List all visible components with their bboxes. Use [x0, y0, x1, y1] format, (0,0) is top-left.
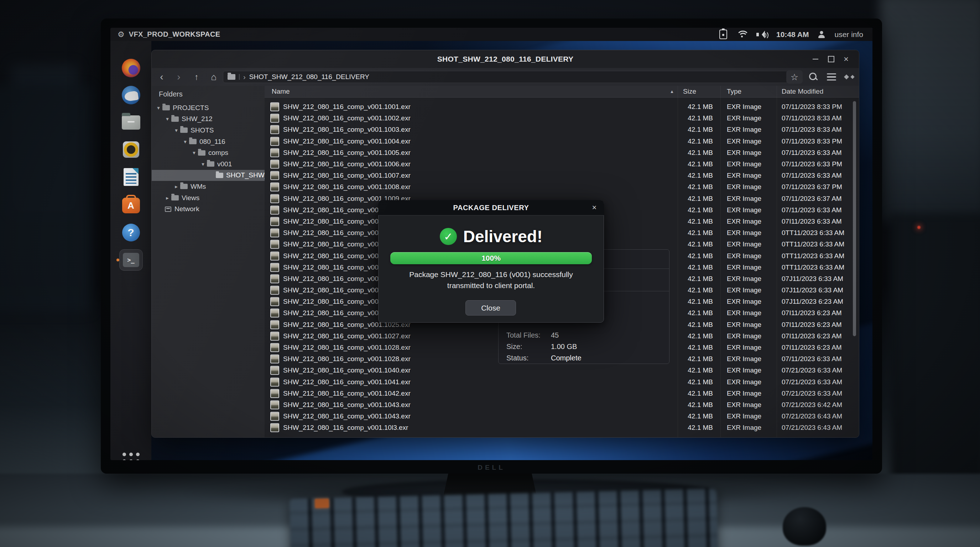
- table-row[interactable]: SHW_212_080_116_comp_v001.1041.exr42.1 M…: [264, 377, 859, 388]
- tree-item-wms[interactable]: ▸WMs: [152, 181, 264, 192]
- table-row[interactable]: SHW_212_080_116_comp_v001.1005.exr42.1 M…: [264, 147, 859, 159]
- system-tray[interactable]: 10:48 AM user info: [719, 30, 872, 39]
- column-header-date[interactable]: Date Modified: [782, 86, 823, 97]
- folder-icon: [216, 173, 223, 178]
- file-name: SHW_212_080_116_comp_v001.1027.exr: [283, 332, 410, 340]
- table-row[interactable]: SHW_212_080_116_comp_v001.1004.exr42.1 M…: [264, 136, 859, 147]
- file-size: 42.1 MB: [649, 229, 713, 237]
- file-date-modified: 0TT11/2023 6:33 AM: [782, 229, 844, 237]
- writer-document-icon: [124, 168, 138, 186]
- home-button[interactable]: ⌂: [206, 68, 221, 86]
- dialog-close-button[interactable]: Close: [465, 300, 516, 315]
- dialog-titlebar[interactable]: PACKAGE DELIVERY ×: [378, 200, 604, 215]
- dock-item-thunderbird[interactable]: [122, 86, 140, 104]
- minimize-button[interactable]: [808, 50, 823, 68]
- dock-item-help[interactable]: ?: [122, 224, 140, 242]
- favorite-button[interactable]: ☆: [786, 70, 803, 84]
- table-row[interactable]: SHW_212_080_116_comp_v001.1042.exr42.1 M…: [264, 388, 859, 399]
- tree-item-shot-shw-2[interactable]: SHOT_SHW_2: [152, 170, 264, 181]
- search-button[interactable]: [809, 73, 818, 81]
- file-name: SHW_212_080_116_comp_v001: [283, 264, 382, 271]
- folder-icon: [189, 139, 197, 144]
- tree-item-network[interactable]: Network: [152, 204, 264, 215]
- sparkle-options-icon[interactable]: [844, 74, 856, 80]
- tree-item-projects[interactable]: ▾PROJECTS: [152, 102, 264, 114]
- summary-label: Size:: [506, 343, 522, 351]
- gear-icon: ⚙: [118, 31, 125, 38]
- table-row[interactable]: SHW_212_080_116_comp_v001.1043.exr42.1 M…: [264, 399, 859, 410]
- expand-arrow-icon[interactable]: ▾: [200, 161, 206, 167]
- table-row[interactable]: SHW_212_080_116_comp_v001.1002.exr42.1 M…: [264, 113, 859, 124]
- file-name: SHW_212_080_116_comp_v001.1008.exr: [283, 183, 410, 191]
- file-name: SHW_212_080_116_comp_v001.1041.exr: [283, 378, 410, 386]
- scrollbar-thumb[interactable]: [853, 101, 856, 336]
- table-row[interactable]: SHW_212_080_116_comp_v001.1008.exr42.1 M…: [264, 181, 859, 192]
- clock[interactable]: 10:48 AM: [776, 30, 809, 39]
- tree-item-v001[interactable]: ▾v001: [152, 159, 264, 170]
- table-row[interactable]: SHW_212_080_116_comp_v001.1043.exr42.1 M…: [264, 410, 859, 422]
- dock-item-software-store[interactable]: A: [122, 198, 140, 213]
- summary-value: Complete: [551, 354, 582, 362]
- expand-arrow-icon[interactable]: ▾: [155, 105, 162, 111]
- summary-row: Status:Complete: [498, 354, 669, 366]
- expand-arrow-icon[interactable]: ▾: [191, 149, 197, 156]
- tree-item-label: Network: [175, 205, 199, 213]
- file-name: SHW_212_080_116_comp_v001.1007.exr: [283, 172, 410, 180]
- table-row[interactable]: SHW_212_080_116_comp_v001.1007.exr42.1 M…: [264, 170, 859, 181]
- dock-item-media-player[interactable]: [123, 142, 139, 158]
- file-type: EXR Image: [727, 218, 761, 226]
- path-bar[interactable]: › SHOT_SHW_212_080_116_DELIVERY: [223, 71, 789, 83]
- maximize-button[interactable]: [823, 50, 839, 68]
- table-row[interactable]: SHW_212_080_116_comp_v001.1003.exr42.1 M…: [264, 124, 859, 135]
- table-row[interactable]: SHW_212_080_116_comp_v001.10l3.exr42.1 M…: [264, 422, 859, 433]
- collapse-arrow-icon[interactable]: ▸: [173, 183, 180, 190]
- column-header-size[interactable]: Size: [683, 86, 696, 97]
- expand-arrow-icon[interactable]: ▾: [164, 116, 170, 122]
- user-menu[interactable]: user info: [834, 30, 863, 39]
- file-size: 42.1 MB: [649, 126, 713, 134]
- user-icon: [818, 31, 825, 38]
- file-type: EXR Image: [727, 309, 761, 317]
- folder-icon: [171, 195, 179, 200]
- collapse-arrow-icon[interactable]: ▸: [164, 195, 170, 201]
- table-row[interactable]: SHW_212_080_116_comp_v001.1001.exr42.1 M…: [264, 101, 859, 113]
- wifi-icon: [737, 31, 747, 38]
- file-date-modified: 0TT11/2023 6:33 AM: [782, 252, 844, 260]
- expand-arrow-icon[interactable]: ▾: [173, 127, 180, 134]
- dock-item-firefox[interactable]: [122, 59, 140, 77]
- close-button[interactable]: ×: [838, 50, 854, 68]
- file-date-modified: 07/21/2023 6:43 AM: [782, 424, 842, 432]
- tree-item-shots[interactable]: ▾SHOTS: [152, 125, 264, 136]
- thunderbird-icon: [122, 86, 140, 104]
- image-thumbnail-icon: [270, 263, 279, 272]
- dock-item-files[interactable]: [122, 115, 140, 130]
- file-size: 42.1 MB: [649, 412, 713, 420]
- tree-item-080-116[interactable]: ▾080_116: [152, 136, 264, 148]
- file-date-modified: 07I11/2023 6:23 AM: [782, 343, 842, 351]
- tree-item-shw-212[interactable]: ▾SHW_212: [152, 114, 264, 125]
- table-row[interactable]: SHW_212_080_116_comp_v001.1040.exr42.1 M…: [264, 365, 859, 376]
- tree-item-comps[interactable]: ▾comps: [152, 147, 264, 159]
- dialog-close-icon[interactable]: ×: [587, 200, 601, 215]
- tree-item-views[interactable]: ▸Views: [152, 192, 264, 204]
- table-row[interactable]: SHW_212_080_116_comp_v001.1006.exr42.1 M…: [264, 159, 859, 170]
- tree-item-label: WMs: [191, 183, 206, 191]
- window-titlebar[interactable]: SHOT_SHW_212_080_116_DELIVERY ×: [152, 50, 859, 68]
- forward-button[interactable]: ›: [171, 68, 186, 86]
- sort-ascending-icon: ▲: [670, 86, 674, 97]
- file-name: SHW_212_080_116_comp_v001: [283, 309, 382, 317]
- column-header-name[interactable]: Name: [272, 86, 290, 97]
- menu-button[interactable]: [827, 73, 836, 81]
- file-type: EXR Image: [727, 160, 761, 168]
- column-header-type[interactable]: Type: [727, 86, 741, 97]
- breadcrumb: SHOT_SHW_212_080_116_DELIVERY: [249, 73, 369, 81]
- app-grid-button[interactable]: [123, 453, 140, 460]
- tree-item-label: v001: [217, 160, 232, 168]
- back-button[interactable]: ‹: [154, 68, 170, 86]
- dock-item-terminal[interactable]: >_: [119, 249, 143, 271]
- up-button[interactable]: ↑: [189, 68, 204, 86]
- expand-arrow-icon[interactable]: ▾: [182, 138, 188, 145]
- background-shelf: [880, 0, 980, 221]
- workspace-indicator[interactable]: ⚙ VFX_PROD_WORKSPACE: [110, 30, 719, 38]
- dock-item-writer[interactable]: [124, 168, 138, 186]
